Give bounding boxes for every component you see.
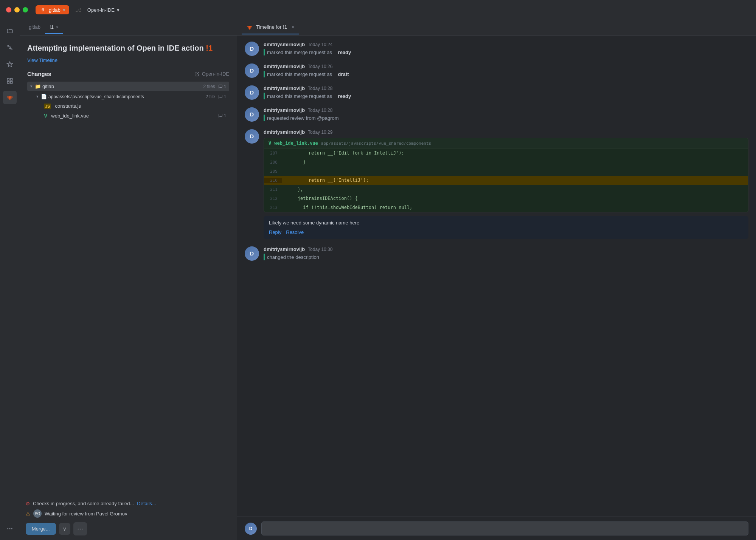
- merge-dropdown-button[interactable]: ∨: [59, 523, 70, 535]
- resolve-button[interactable]: Resolve: [286, 229, 304, 235]
- event-author-5: dmitriysmirnovijb: [264, 129, 305, 135]
- event-header-3: dmitriysmirnovijb Today 10:28: [264, 85, 748, 91]
- svg-point-12: [11, 528, 12, 529]
- file-vue-label: web_ide_link.vue: [51, 113, 217, 119]
- details-link[interactable]: Details...: [137, 501, 156, 506]
- reply-input[interactable]: [261, 521, 748, 535]
- event-header-2: dmitriysmirnovijb Today 10:26: [264, 63, 748, 69]
- view-timeline-link[interactable]: View Timeline: [27, 57, 229, 63]
- timeline-event-5: D dmitriysmirnovijb Today 10:29 V web_id…: [245, 129, 748, 239]
- code-line-210: 210 return __('IntelliJ');: [264, 176, 748, 185]
- code-line-207: 207 return __('Edit fork in IntelliJ');: [264, 149, 748, 158]
- code-file-path: app/assets/javascripts/vue_shared/compon…: [321, 141, 431, 146]
- event-author-last: dmitriysmirnovijb: [264, 246, 305, 252]
- app-tab-number: 6: [39, 7, 47, 13]
- mr-title: Attempting implementation of Open in IDE…: [27, 43, 229, 53]
- comment-actions: Reply Resolve: [269, 229, 743, 235]
- file-constants-label: constants.js: [55, 103, 226, 109]
- sidebar-gitlab-icon[interactable]: [3, 91, 17, 104]
- right-panel: Timeline for !1 × D dmitriysmirnovijb To…: [237, 20, 756, 540]
- event-line-3: marked this merge request as ready: [264, 93, 748, 99]
- svg-line-4: [11, 48, 11, 49]
- event-text-last: changed the description: [267, 254, 319, 260]
- svg-line-3: [9, 46, 9, 47]
- maximize-window-button[interactable]: [23, 7, 28, 12]
- svg-marker-5: [7, 62, 13, 67]
- code-file-name: web_ide_link.vue: [274, 141, 318, 146]
- sidebar-folder-icon[interactable]: [3, 24, 17, 38]
- close-window-button[interactable]: [6, 7, 11, 12]
- tree-file-constants[interactable]: JS constants.js: [27, 101, 229, 111]
- tree-root-row[interactable]: ▾ 📁 gitlab 2 files 1: [27, 82, 229, 91]
- root-label: gitlab: [42, 84, 202, 89]
- changes-header: Changes Open-in-IDE: [27, 71, 229, 77]
- tree-folder-row[interactable]: ▾ 📄 app/assets/javascripts/vue_shared/co…: [27, 92, 229, 101]
- reply-button[interactable]: Reply: [269, 229, 281, 235]
- checks-text: Checks in progress, and some already fai…: [33, 501, 134, 506]
- event-time-3: Today 10:28: [308, 86, 332, 91]
- app-tab-label: gitlab: [49, 7, 61, 13]
- vue-file-icon: V: [44, 113, 47, 119]
- dropdown-arrow-icon[interactable]: ▾: [63, 7, 65, 13]
- open-in-ide-changes-label: Open-in-IDE: [202, 71, 229, 77]
- file-tree: ▾ 📁 gitlab 2 files 1 ▾ 📄 app/assets: [27, 82, 229, 492]
- reply-avatar: D: [245, 523, 257, 535]
- waiting-row: ⚠ PG Waiting for review from Pavel Gromo…: [26, 509, 231, 518]
- event-text-2: marked this merge request as draft: [267, 71, 349, 77]
- code-vue-icon: V: [269, 141, 271, 146]
- timeline-tab-close[interactable]: ×: [292, 24, 295, 30]
- sidebar-sparkle-icon[interactable]: [3, 57, 17, 71]
- event-text-3: marked this merge request as ready: [267, 93, 351, 99]
- svg-point-10: [7, 528, 8, 529]
- tree-file-vue[interactable]: V web_ide_link.vue 1: [27, 111, 229, 121]
- folder-comment-count: 1: [218, 94, 226, 99]
- svg-point-11: [9, 528, 11, 529]
- title-separator: ⎇: [75, 7, 81, 13]
- left-panel: gitlab !1 × Attempting implementation of…: [20, 20, 237, 540]
- avatar-1: D: [245, 42, 259, 56]
- event-time-2: Today 10:26: [308, 64, 332, 69]
- traffic-lights: [6, 7, 28, 12]
- left-tab-bar: gitlab !1 ×: [20, 20, 237, 36]
- event-body-4: dmitriysmirnovijb Today 10:28 requested …: [264, 107, 748, 122]
- tab-mr[interactable]: !1 ×: [45, 21, 63, 34]
- more-options-button[interactable]: ⋯: [73, 522, 87, 535]
- tab-timeline[interactable]: Timeline for !1 ×: [242, 21, 299, 34]
- open-in-ide-title-button[interactable]: Open-in-IDE ▾: [87, 7, 120, 13]
- timeline-event-2: D dmitriysmirnovijb Today 10:26 marked t…: [245, 63, 748, 78]
- event-line-1: marked this merge request as ready: [264, 49, 748, 56]
- event-time-last: Today 10:30: [308, 247, 332, 252]
- event-body-5: dmitriysmirnovijb Today 10:29 V web_ide_…: [264, 129, 748, 239]
- main-layout: gitlab !1 × Attempting implementation of…: [0, 20, 756, 540]
- timeline-content: D dmitriysmirnovijb Today 10:24 marked t…: [237, 36, 756, 517]
- root-comment-count: 1: [218, 84, 226, 89]
- event-body-2: dmitriysmirnovijb Today 10:26 marked thi…: [264, 63, 748, 78]
- merge-button[interactable]: Merge...: [26, 523, 56, 535]
- tab-close-icon[interactable]: ×: [56, 25, 59, 30]
- title-tabs: 6 gitlab ▾ ⎇ Open-in-IDE ▾: [36, 5, 120, 14]
- avatar-last: D: [245, 246, 259, 261]
- title-bar: 6 gitlab ▾ ⎇ Open-in-IDE ▾: [0, 0, 756, 20]
- timeline-tab-label: Timeline for !1: [256, 24, 287, 30]
- event-body-3: dmitriysmirnovijb Today 10:28 marked thi…: [264, 85, 748, 100]
- sidebar-git-icon[interactable]: [3, 41, 17, 54]
- event-author-4: dmitriysmirnovijb: [264, 107, 305, 113]
- open-in-ide-changes-button[interactable]: Open-in-IDE: [194, 71, 229, 77]
- app-tab[interactable]: 6 gitlab ▾: [36, 5, 69, 14]
- event-header-1: dmitriysmirnovijb Today 10:24: [264, 42, 748, 47]
- error-icon: ⊘: [26, 501, 30, 506]
- event-line-2: marked this merge request as draft: [264, 71, 748, 77]
- event-header-4: dmitriysmirnovijb Today 10:28: [264, 107, 748, 113]
- accent-bar-last: [264, 254, 265, 260]
- tab-gitlab[interactable]: gitlab: [24, 21, 45, 34]
- comment-section: Likely we need some dynamic name here Re…: [264, 216, 748, 239]
- open-in-ide-dropdown-icon: ▾: [117, 7, 120, 13]
- js-file-icon: JS: [44, 104, 51, 109]
- event-time-4: Today 10:28: [308, 108, 332, 113]
- svg-rect-8: [7, 82, 9, 84]
- svg-rect-7: [11, 78, 12, 80]
- timeline-event-last: D dmitriysmirnovijb Today 10:30 changed …: [245, 246, 748, 261]
- sidebar-more-icon[interactable]: [3, 522, 17, 535]
- minimize-window-button[interactable]: [14, 7, 20, 12]
- sidebar-grid-icon[interactable]: [3, 74, 17, 88]
